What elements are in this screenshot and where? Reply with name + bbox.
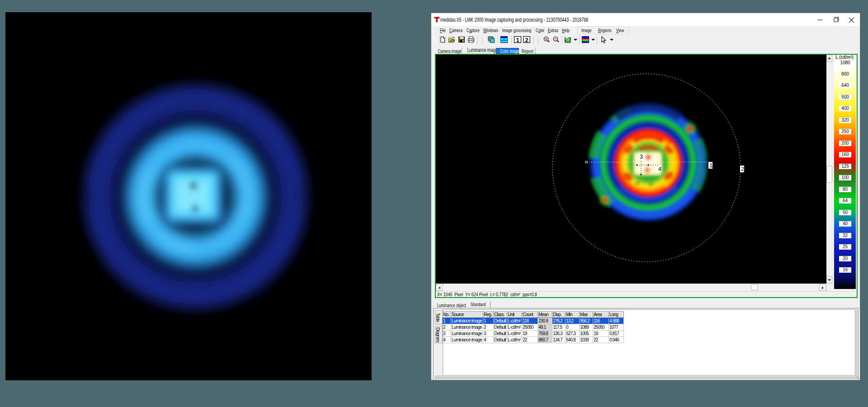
svg-text:2: 2	[569, 37, 571, 41]
svg-text:2: 2	[525, 37, 528, 43]
svg-text:1: 1	[516, 37, 519, 43]
svg-text:2: 2	[741, 166, 744, 172]
svg-text:1: 1	[709, 162, 712, 169]
svg-text:4: 4	[658, 166, 661, 172]
svg-text:3: 3	[640, 153, 643, 160]
